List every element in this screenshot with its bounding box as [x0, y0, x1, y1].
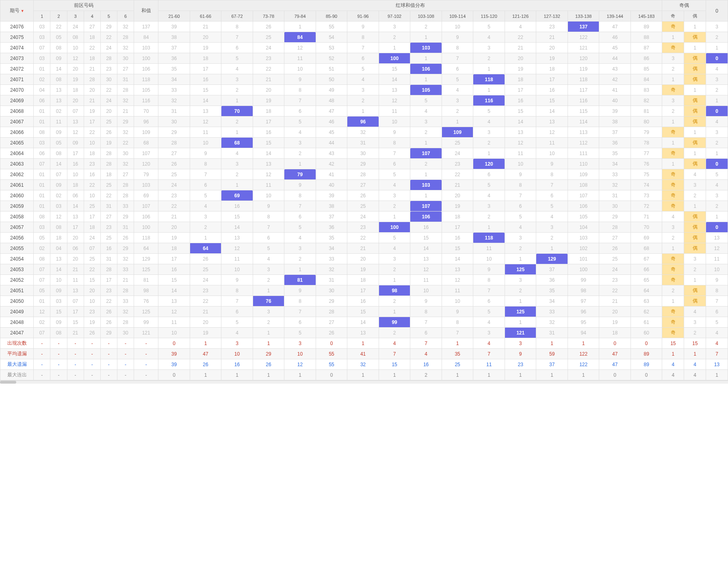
cell-dist: 39	[158, 22, 190, 32]
cell-dist: 21	[190, 22, 221, 32]
table-row: 2407407081022243210337196241253711038321…	[0, 43, 728, 53]
cell-zero: 3	[706, 22, 728, 32]
cell-dist: 113	[568, 127, 599, 138]
cell-dist: 9	[505, 169, 536, 180]
sort-icon[interactable]: ▼	[21, 9, 24, 13]
cell-zero: 1	[706, 95, 728, 106]
cell-dist: 21	[158, 212, 190, 222]
cell-dist: 8	[284, 85, 316, 95]
cell-zero: 0	[706, 53, 728, 64]
cell-dist: 111	[568, 148, 599, 159]
table-row: 2405105091320232898142381930179810117235…	[0, 285, 728, 296]
stats-cell: 1	[536, 338, 568, 349]
cell-dist: 6	[190, 180, 221, 190]
cell-dist: 26	[190, 254, 221, 264]
cell-dist: 12	[221, 243, 253, 254]
cell-front-number: 02	[50, 106, 67, 117]
cell-dist: 20	[347, 254, 379, 264]
header-period[interactable]: 期号 ▼	[0, 0, 34, 22]
cell-dist: 12	[379, 95, 410, 106]
stats-cell: 29	[253, 349, 284, 359]
cell-front-number: 27	[100, 212, 117, 222]
horizontal-scrollbar[interactable]	[0, 380, 728, 384]
cell-even: 偶	[684, 285, 706, 296]
cell-dist: 2	[284, 148, 316, 159]
cell-front-number: 22	[100, 32, 117, 43]
cell-dist: 5	[347, 64, 379, 74]
cell-dist: 16	[505, 95, 536, 106]
cell-front-number: 26	[117, 233, 134, 243]
cell-dist: 2	[379, 264, 410, 275]
cell-zero: 4	[706, 328, 728, 338]
cell-dist: 13	[253, 159, 284, 169]
cell-dash: -	[50, 370, 67, 380]
cell-front-number: 28	[84, 74, 100, 85]
cell-zero: 0	[706, 222, 728, 233]
cell-front-number: 31	[100, 254, 117, 264]
cell-dash: -	[117, 338, 134, 349]
cell-dist: 87	[630, 43, 662, 53]
table-row: 2404912151723263212512216372815189512533…	[0, 307, 728, 317]
cell-dist: 18	[253, 106, 284, 117]
cell-front-number: 03	[34, 53, 50, 64]
cell-dist: 21	[599, 296, 631, 307]
cell-front-number: 22	[100, 85, 117, 95]
cell-dist: 20	[190, 317, 221, 328]
cell-dist: 7	[221, 296, 253, 307]
cell-sum: 125	[134, 264, 158, 275]
cell-period: 24052	[0, 275, 34, 285]
cell-dash: -	[134, 349, 158, 359]
cell-front-number: 18	[84, 148, 100, 159]
cell-zero: 7	[706, 296, 728, 307]
cell-dist: 2	[347, 95, 379, 106]
scrollbar-thumb[interactable]	[0, 381, 16, 384]
cell-dist: 66	[630, 264, 662, 275]
stats-cell: 12	[284, 359, 316, 370]
cell-dist: 2	[410, 159, 442, 169]
cell-dist: 15	[536, 95, 568, 106]
cell-dist: 46	[599, 32, 631, 43]
cell-dist: 5	[505, 212, 536, 222]
cell-zero: 9	[706, 275, 728, 285]
cell-front-number: 17	[100, 275, 117, 285]
cell-dist: 28	[158, 138, 190, 148]
cell-front-number: 33	[117, 201, 134, 212]
cell-dist: 16	[158, 264, 190, 275]
cell-dist: 14	[505, 117, 536, 127]
cell-front-number: 19	[100, 138, 117, 148]
cell-dist: 6	[379, 159, 410, 169]
cell-sum: 69	[134, 190, 158, 201]
cell-dist: 7	[190, 169, 221, 180]
cell-dist: 12	[536, 127, 568, 138]
cell-dist: 16	[442, 233, 473, 243]
cell-dist: 14	[379, 74, 410, 85]
cell-odd: 奇	[662, 254, 684, 264]
cell-dist: 8	[442, 317, 473, 328]
cell-front-number: 11	[50, 117, 67, 127]
cell-dist: 1	[473, 64, 505, 74]
cell-front-number: 09	[50, 317, 67, 328]
cell-dist: 2	[221, 85, 253, 95]
cell-dist: 24	[442, 148, 473, 159]
cell-dist: 105	[568, 212, 599, 222]
cell-dist: 2	[379, 201, 410, 212]
cell-dash: -	[84, 370, 100, 380]
cell-front-number: 08	[34, 212, 50, 222]
cell-dist: 7	[379, 148, 410, 159]
header-sum: 和值	[134, 0, 158, 22]
cell-dist: 22	[190, 296, 221, 307]
cell-dist: 40	[599, 95, 631, 106]
cell-front-number: 16	[84, 169, 100, 180]
cell-dist: 20	[190, 32, 221, 43]
cell-dist: 11	[284, 53, 316, 64]
table-row: 2407201142021232710635174221051515106611…	[0, 64, 728, 74]
cell-dist: 20	[536, 43, 568, 53]
cell-dist: 52	[316, 53, 347, 64]
cell-dist: 10	[536, 148, 568, 159]
cell-dist: 7	[410, 317, 442, 328]
stats-cell: 37	[536, 359, 568, 370]
cell-period: 24057	[0, 222, 34, 233]
cell-dist: 5	[379, 233, 410, 243]
cell-dist: 67	[630, 254, 662, 264]
cell-dist: 77	[630, 148, 662, 159]
